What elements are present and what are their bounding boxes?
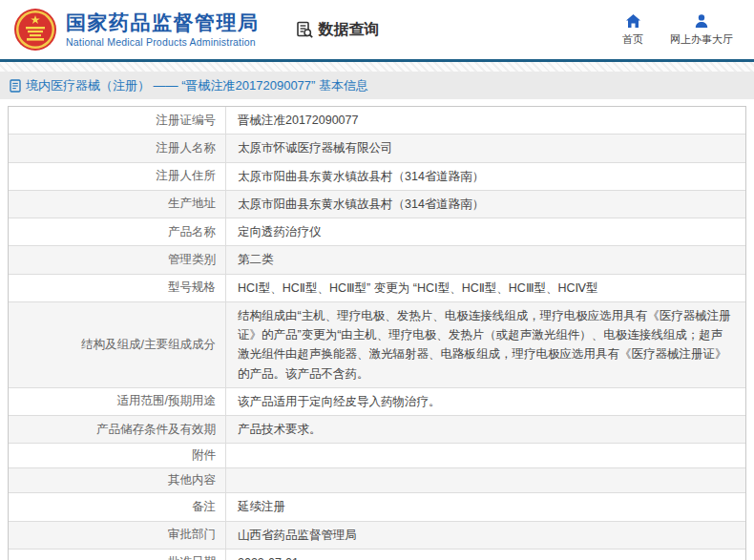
org-name-zh: 国家药品监督管理局	[66, 11, 260, 33]
table-row: 适用范围/预期用途该产品适用于定向经皮导入药物治疗。	[9, 388, 745, 416]
nav-item-home[interactable]: 首页	[622, 13, 643, 47]
field-label: 注册人住所	[9, 163, 226, 190]
field-label: 注册人名称	[9, 135, 226, 161]
field-label: 管理类别	[9, 246, 226, 273]
field-value: 延续注册	[226, 493, 745, 520]
field-value	[226, 444, 745, 467]
table-row: 审批部门山西省药品监督管理局	[9, 522, 745, 550]
org-name-en: National Medical Products Administration	[66, 36, 260, 48]
table-row: 其他内容	[9, 468, 745, 493]
field-value: 晋械注准20172090077	[226, 107, 745, 134]
breadcrumb: 境内医疗器械（注册） —— “晋械注准20172090077” 基本信息	[0, 72, 754, 99]
field-label: 适用范围/预期用途	[9, 388, 226, 415]
field-value: 该产品适用于定向经皮导入药物治疗。	[226, 388, 745, 415]
table-row: 管理类别第二类	[9, 246, 745, 274]
field-value: 第二类	[226, 246, 745, 273]
field-value: 山西省药品监督管理局	[226, 522, 745, 549]
header-nav: 首页 网上办事大厅	[622, 13, 741, 47]
table-row: 产品名称定向透药治疗仪	[9, 218, 745, 246]
field-label: 备注	[9, 493, 226, 520]
field-value: 太原市怀诚医疗器械有限公司	[226, 135, 745, 161]
nmpa-logo: 国家药品监督管理局 National Medical Products Admi…	[13, 8, 260, 52]
field-value: 太原市阳曲县东黄水镇故县村（314省道路南）	[226, 191, 745, 218]
field-label: 批准日期	[9, 550, 226, 560]
table-row: 注册证编号晋械注准20172090077	[9, 107, 745, 135]
field-label: 结构及组成/主要组成成分	[9, 302, 226, 387]
field-label: 其他内容	[9, 468, 226, 492]
field-value: 定向透药治疗仪	[226, 218, 745, 245]
table-row: 结构及组成/主要组成成分结构组成由“主机、理疗电极、发热片、电极连接线组成，理疗…	[9, 302, 745, 388]
table-row: 产品储存条件及有效期产品技术要求。	[9, 416, 745, 444]
nav-item-home-label: 首页	[622, 32, 643, 47]
data-query-icon	[296, 21, 314, 39]
nav-item-service-hall-label: 网上办事大厅	[670, 32, 733, 47]
field-label: 产品储存条件及有效期	[9, 416, 226, 443]
field-label: 生产地址	[9, 191, 226, 218]
national-emblem-icon	[13, 8, 57, 52]
nav-item-service-hall[interactable]: 网上办事大厅	[670, 13, 733, 47]
table-row: 型号规格HCⅠ型、HCⅡ型、HCⅢ型” 变更为 “HCⅠ型、HCⅡ型、HCⅢ型、…	[9, 275, 745, 302]
field-value	[226, 468, 745, 492]
data-query-label: 数据查询	[319, 20, 380, 40]
table-row: 备注延续注册	[9, 493, 745, 521]
person-icon	[694, 13, 709, 29]
field-label: 产品名称	[9, 218, 226, 245]
field-value: 结构组成由“主机、理疗电极、发热片、电极连接线组成，理疗电极应选用具有《医疗器械…	[226, 302, 745, 387]
page-header: 国家药品监督管理局 National Medical Products Admi…	[0, 0, 754, 59]
field-label: 型号规格	[9, 275, 226, 301]
document-icon	[10, 79, 21, 93]
stripe-strip	[0, 62, 754, 72]
breadcrumb-text: 境内医疗器械（注册） —— “晋械注准20172090077” 基本信息	[26, 77, 368, 94]
field-value: HCⅠ型、HCⅡ型、HCⅢ型” 变更为 “HCⅠ型、HCⅡ型、HCⅢ型、HCⅣ型	[226, 275, 745, 301]
home-icon	[625, 13, 641, 29]
info-table: 注册证编号晋械注准20172090077注册人名称太原市怀诚医疗器械有限公司注册…	[8, 106, 746, 560]
field-value: 太原市阳曲县东黄水镇故县村（314省道路南）	[226, 163, 745, 190]
table-row: 批准日期2022-07-01	[9, 550, 745, 560]
field-label: 审批部门	[9, 522, 226, 549]
table-row: 生产地址太原市阳曲县东黄水镇故县村（314省道路南）	[9, 191, 745, 218]
field-value: 产品技术要求。	[226, 416, 745, 443]
table-row: 注册人住所太原市阳曲县东黄水镇故县村（314省道路南）	[9, 163, 745, 191]
org-title-block: 国家药品监督管理局 National Medical Products Admi…	[66, 11, 260, 47]
field-label: 附件	[9, 444, 226, 467]
field-value: 2022-07-01	[226, 550, 745, 560]
field-label: 注册证编号	[9, 107, 226, 134]
data-query-button[interactable]: 数据查询	[296, 20, 380, 40]
table-row: 附件	[9, 444, 745, 468]
table-row: 注册人名称太原市怀诚医疗器械有限公司	[9, 135, 745, 162]
